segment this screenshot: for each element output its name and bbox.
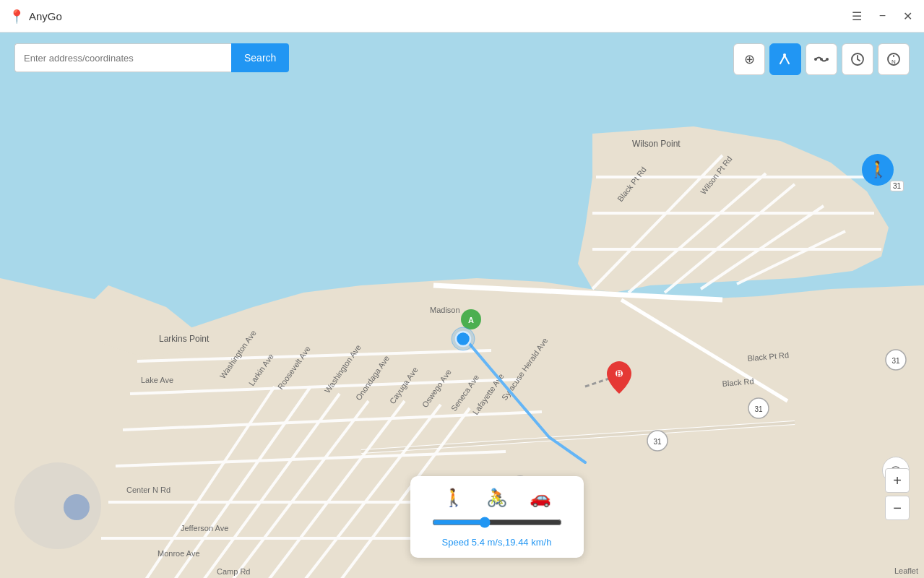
joystick-outer [14, 462, 101, 549]
titlebar-controls: ☰ − ✕ [849, 8, 915, 25]
close-button[interactable]: ✕ [900, 8, 915, 25]
titlebar-left: 📍 AnyGo [9, 9, 62, 23]
searchbar: Search [14, 43, 289, 72]
svg-text:Madison: Madison [430, 306, 460, 314]
joystick-inner [64, 494, 90, 520]
toolbar: ⊕ N [733, 43, 910, 75]
speed-value: 5.4 m/s,19.44 km/h [472, 537, 552, 548]
route-button[interactable] [769, 43, 801, 75]
menu-button[interactable]: ☰ [849, 8, 865, 25]
svg-text:B: B [616, 370, 621, 378]
svg-point-67 [783, 53, 786, 56]
walker-mode-icon[interactable]: 🚶 [862, 154, 894, 186]
svg-point-69 [820, 58, 823, 61]
walker-badge: 31 [890, 181, 904, 191]
map-container: 31 31 31 31 Washington Ave Larkin Ave Ro… [0, 33, 924, 578]
walk-mode-button[interactable]: 🚶 [437, 486, 470, 509]
svg-text:Wilson Point: Wilson Point [632, 139, 681, 149]
svg-point-70 [826, 58, 829, 61]
leaflet-credit: Leaflet [894, 566, 918, 575]
search-input[interactable] [14, 43, 231, 72]
zoom-out-button[interactable]: − [885, 496, 910, 520]
svg-text:Monroe Ave: Monroe Ave [157, 549, 200, 558]
speed-label: Speed [442, 537, 470, 548]
history-button[interactable] [842, 43, 873, 75]
svg-text:N: N [891, 59, 896, 65]
svg-text:Lake Ave: Lake Ave [141, 376, 173, 384]
search-button[interactable]: Search [231, 43, 289, 72]
speed-panel: 🚶 🚴 🚗 Speed 5.4 m/s,19.44 km/h [410, 476, 584, 558]
speed-slider-input[interactable] [432, 517, 562, 528]
transport-mode-selector: 🚶 🚴 🚗 [432, 486, 562, 509]
svg-point-68 [814, 58, 817, 61]
speed-display: Speed 5.4 m/s,19.44 km/h [432, 537, 562, 548]
speed-value-colored: 5.4 m/s,19.44 km/h [472, 537, 552, 548]
svg-point-63 [452, 327, 475, 350]
bike-mode-button[interactable]: 🚴 [480, 486, 514, 509]
svg-text:A: A [468, 316, 474, 324]
zoom-in-button[interactable]: + [885, 468, 910, 493]
svg-text:Larkins Point: Larkins Point [159, 334, 210, 344]
minimize-button[interactable]: − [876, 8, 889, 24]
app-title: AnyGo [29, 10, 62, 22]
svg-text:31: 31 [891, 357, 900, 365]
multipoint-button[interactable] [806, 43, 837, 75]
svg-text:31: 31 [754, 405, 763, 413]
titlebar: 📍 AnyGo ☰ − ✕ [0, 0, 924, 33]
compass-button[interactable]: N [878, 43, 910, 75]
svg-text:31: 31 [653, 438, 662, 446]
crosshair-button[interactable]: ⊕ [733, 43, 765, 75]
app-logo-icon: 📍 [9, 9, 23, 23]
svg-text:Jefferson Ave: Jefferson Ave [181, 524, 228, 532]
car-mode-button[interactable]: 🚗 [524, 486, 557, 509]
svg-text:Camp Rd: Camp Rd [217, 567, 250, 576]
svg-text:Center N Rd: Center N Rd [126, 486, 170, 494]
zoom-controls: + − [885, 468, 910, 520]
joystick[interactable] [14, 462, 101, 549]
speed-slider-row [432, 517, 562, 531]
